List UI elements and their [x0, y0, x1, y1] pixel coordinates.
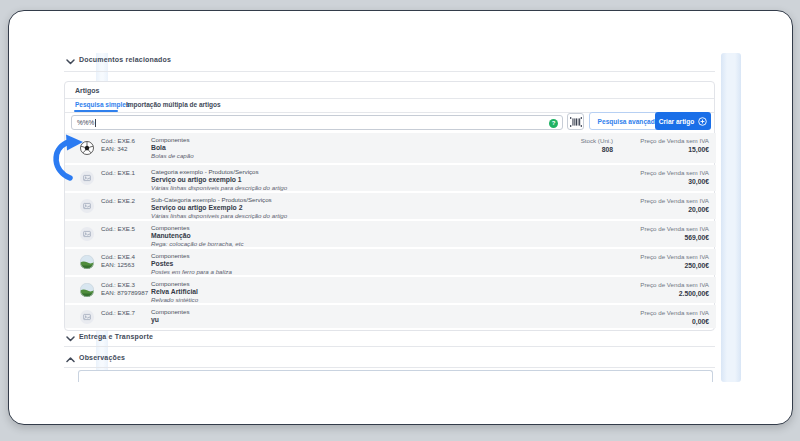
article-row[interactable]: Cód.: EXE.7ComponentesyuPreço de Venda s… — [65, 305, 716, 328]
article-thumbnail — [80, 227, 94, 241]
chevron-down-icon[interactable] — [66, 336, 75, 342]
article-name: Bola — [151, 144, 194, 152]
article-ean: EAN: 342 — [101, 145, 135, 153]
help-icon[interactable]: ? — [549, 119, 558, 128]
section-observacoes[interactable]: Observações — [79, 354, 125, 361]
tab-pesquisa-simples[interactable]: Pesquisa simples — [75, 101, 130, 108]
price-value: 569,00€ — [640, 234, 709, 243]
price-value: 30,00€ — [640, 178, 709, 187]
article-description: Bolas de capão — [151, 152, 194, 160]
article-thumbnail — [80, 199, 94, 213]
article-name: Relva Artificial — [151, 288, 198, 296]
article-stock: Stock (Uni.)808 — [581, 137, 613, 154]
price-value: 250,00€ — [640, 262, 709, 271]
article-description: Postes em ferro para a baliza — [151, 268, 232, 276]
article-description: Relvado sintético — [151, 296, 198, 304]
price-value: 2.500,00€ — [640, 290, 709, 299]
article-row[interactable]: Cód.: EXE.2Sub-Categoria exemplo - Produ… — [65, 193, 716, 219]
article-name: Serviço ou artigo Exemplo 2 — [151, 204, 287, 212]
article-info: ComponentesRelva ArtificialRelvado sinté… — [151, 280, 198, 304]
article-price: Preço de Venda sem IVA20,00€ — [640, 197, 709, 214]
image-placeholder-icon — [80, 310, 94, 324]
price-label: Preço de Venda sem IVA — [640, 197, 709, 206]
criar-artigo-button[interactable]: Criar artigo — [655, 112, 711, 130]
article-price: Preço de Venda sem IVA0,00€ — [640, 309, 709, 326]
price-value: 15,00€ — [640, 146, 709, 155]
annotation-arrow — [50, 133, 88, 183]
scrollbar[interactable] — [721, 53, 741, 382]
article-codes: Cód.: EXE.5 — [101, 225, 135, 233]
divider — [64, 346, 715, 347]
circled-plus-icon — [698, 117, 707, 126]
barcode-scan-button[interactable] — [567, 113, 584, 130]
text-caret — [95, 119, 96, 127]
article-price: Preço de Venda sem IVA2.500,00€ — [640, 281, 709, 298]
article-category: Categoria exemplo - Produtos/Serviços — [151, 168, 287, 176]
article-thumbnail — [80, 255, 94, 269]
artigos-panel: Artigos Pesquisa simples Importação múlt… — [64, 81, 715, 331]
article-info: Categoria exemplo - Produtos/ServiçosSer… — [151, 168, 287, 192]
article-name: Postes — [151, 260, 232, 268]
article-name: yu — [151, 316, 190, 324]
search-value: %%% — [77, 119, 94, 126]
image-placeholder-icon — [80, 227, 94, 241]
section-documentos-relacionados[interactable]: Documentos relacionados — [79, 56, 171, 63]
article-name: Serviço ou artigo exemplo 1 — [151, 176, 287, 184]
stock-label: Stock (Uni.) — [581, 137, 613, 146]
article-code: Cód.: EXE.3 — [101, 281, 148, 289]
price-label: Preço de Venda sem IVA — [640, 309, 709, 318]
criar-artigo-label: Criar artigo — [659, 118, 695, 125]
stock-value: 808 — [581, 146, 613, 155]
chevron-down-icon[interactable] — [66, 59, 75, 65]
article-thumbnail — [80, 283, 94, 297]
article-row[interactable]: Cód.: EXE.3EAN: 879789987ComponentesRelv… — [65, 277, 716, 303]
article-ean: EAN: 879789987 — [101, 289, 148, 297]
article-row[interactable]: Cód.: EXE.6EAN: 342ComponentesBolaBolas … — [65, 133, 716, 163]
article-thumbnail — [80, 310, 94, 324]
divider — [64, 71, 715, 72]
article-description: Várias linhas disponíveis para descrição… — [151, 212, 287, 220]
artigos-title: Artigos — [75, 87, 100, 94]
article-info: ComponentesManutençãoRega: colocação de … — [151, 224, 244, 248]
price-label: Preço de Venda sem IVA — [640, 225, 709, 234]
article-name: Manutenção — [151, 232, 244, 240]
article-price: Preço de Venda sem IVA250,00€ — [640, 253, 709, 270]
divider — [64, 367, 715, 368]
divider — [65, 98, 714, 99]
article-codes: Cód.: EXE.1 — [101, 169, 135, 177]
article-ean: EAN: 12563 — [101, 261, 135, 269]
article-info: ComponentesBolaBolas de capão — [151, 136, 194, 160]
price-value: 20,00€ — [640, 206, 709, 215]
article-category: Componentes — [151, 252, 232, 260]
section-entrega-transporte[interactable]: Entrega e Transporte — [79, 333, 153, 340]
tab-importacao-multipla[interactable]: Importação múltipla de artigos — [126, 101, 221, 108]
article-row[interactable]: Cód.: EXE.5ComponentesManutençãoRega: co… — [65, 221, 716, 247]
article-search-input[interactable]: %%% ? — [71, 115, 563, 130]
article-code: Cód.: EXE.7 — [101, 309, 135, 317]
price-label: Preço de Venda sem IVA — [640, 253, 709, 262]
article-code: Cód.: EXE.5 — [101, 225, 135, 233]
field-photo-thumbnail — [80, 255, 94, 269]
article-price: Preço de Venda sem IVA569,00€ — [640, 225, 709, 242]
image-placeholder-icon — [80, 199, 94, 213]
article-row[interactable]: Cód.: EXE.1Categoria exemplo - Produtos/… — [65, 165, 716, 191]
price-label: Preço de Venda sem IVA — [640, 281, 709, 290]
observacoes-textarea[interactable] — [78, 370, 713, 382]
chevron-up-icon[interactable] — [66, 357, 75, 363]
field-photo-thumbnail — [80, 283, 94, 297]
article-row[interactable]: Cód.: EXE.4EAN: 12563ComponentesPostesPo… — [65, 249, 716, 275]
article-codes: Cód.: EXE.3EAN: 879789987 — [101, 281, 148, 297]
article-category: Componentes — [151, 280, 198, 288]
article-code: Cód.: EXE.4 — [101, 253, 135, 261]
article-info: Componentesyu — [151, 308, 190, 324]
article-codes: Cód.: EXE.6EAN: 342 — [101, 137, 135, 153]
article-category: Componentes — [151, 136, 194, 144]
article-description: Rega: colocação de borracha, etc — [151, 240, 244, 248]
article-category: Sub-Categoria exemplo - Produtos/Serviço… — [151, 196, 287, 204]
article-info: ComponentesPostesPostes em ferro para a … — [151, 252, 232, 276]
article-category: Componentes — [151, 308, 190, 316]
barcode-icon — [570, 117, 582, 127]
article-description: Várias linhas disponíveis para descrição… — [151, 184, 287, 192]
article-code: Cód.: EXE.2 — [101, 197, 135, 205]
article-codes: Cód.: EXE.2 — [101, 197, 135, 205]
